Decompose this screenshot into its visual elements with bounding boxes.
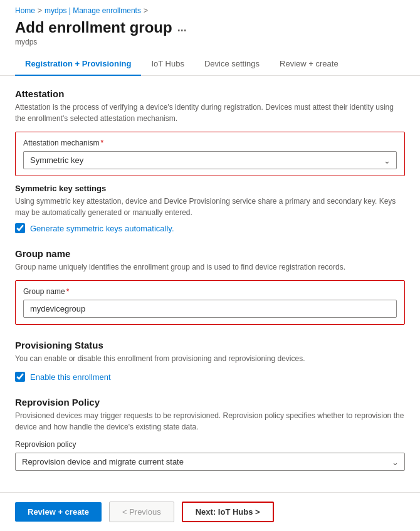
reprovision-policy-wrapper: Reprovision device and migrate current s…: [15, 453, 405, 471]
page-subtitle: mydps: [15, 38, 405, 46]
group-name-description: Group name uniquely identifies the enrol…: [15, 261, 405, 273]
generate-keys-checkbox[interactable]: [15, 223, 25, 233]
attestation-section: Attestation Attestation is the process o…: [15, 88, 405, 233]
breadcrumb: Home > mydps | Manage enrollments >: [0, 0, 420, 18]
group-name-input[interactable]: [23, 300, 397, 318]
attestation-description: Attestation is the process of verifying …: [15, 102, 405, 124]
breadcrumb-sep1: >: [38, 6, 42, 15]
tab-registration-provisioning[interactable]: Registration + Provisioning: [15, 53, 141, 76]
breadcrumb-mydps[interactable]: mydps | Manage enrollments: [45, 6, 141, 15]
symmetric-key-settings: Symmetric key settings Using symmetric k…: [15, 184, 405, 233]
generate-keys-row: Generate symmetric keys automatically.: [15, 223, 405, 233]
provisioning-status-description: You can enable or disable this enrollmen…: [15, 353, 405, 364]
tabs-container: Registration + Provisioning IoT Hubs Dev…: [0, 53, 420, 76]
attestation-title: Attestation: [15, 88, 405, 99]
tab-device-settings[interactable]: Device settings: [194, 53, 270, 76]
reprovision-policy-title: Reprovision Policy: [15, 397, 405, 407]
enable-enrollment-label[interactable]: Enable this enrollment: [30, 372, 111, 382]
breadcrumb-sep2: >: [144, 6, 148, 15]
main-content: Attestation Attestation is the process o…: [0, 76, 420, 531]
group-name-section: Group name Group name uniquely identifie…: [15, 248, 405, 325]
breadcrumb-home[interactable]: Home: [15, 6, 35, 15]
page-title-text: Add enrollment group: [15, 19, 172, 36]
enable-enrollment-checkbox[interactable]: [15, 372, 25, 382]
attestation-mechanism-select[interactable]: Symmetric key X.509 certificates TPM: [23, 151, 397, 169]
tab-review-create[interactable]: Review + create: [270, 53, 349, 76]
generate-keys-label[interactable]: Generate symmetric keys automatically.: [30, 224, 174, 233]
previous-button[interactable]: < Previous: [109, 502, 174, 522]
page-title-ellipsis[interactable]: ...: [177, 21, 187, 34]
group-name-label: Group name*: [23, 287, 397, 296]
reprovision-policy-section: Reprovision Policy Provisioned devices m…: [15, 397, 405, 471]
group-name-title: Group name: [15, 248, 405, 259]
attestation-mechanism-wrapper: Symmetric key X.509 certificates TPM ⌄: [23, 151, 397, 169]
reprovision-policy-label: Reprovision policy: [15, 440, 405, 449]
symmetric-key-title: Symmetric key settings: [15, 184, 405, 193]
footer: Review + create < Previous Next: IoT Hub…: [0, 492, 420, 531]
provisioning-status-title: Provisioning Status: [15, 340, 405, 350]
group-name-box: Group name*: [15, 280, 405, 325]
review-create-button[interactable]: Review + create: [15, 502, 102, 522]
symmetric-key-desc: Using symmetric key attestation, device …: [15, 196, 405, 218]
page-header: Add enrollment group ... mydps: [0, 18, 420, 53]
attestation-mechanism-label: Attestation mechanism*: [23, 139, 397, 147]
reprovision-policy-select[interactable]: Reprovision device and migrate current s…: [15, 453, 405, 471]
provisioning-status-section: Provisioning Status You can enable or di…: [15, 340, 405, 382]
reprovision-policy-description: Provisioned devices may trigger requests…: [15, 410, 405, 433]
next-button[interactable]: Next: IoT Hubs >: [182, 502, 274, 522]
attestation-mechanism-box: Attestation mechanism* Symmetric key X.5…: [15, 132, 405, 176]
enable-enrollment-row: Enable this enrollment: [15, 372, 405, 382]
tab-iot-hubs[interactable]: IoT Hubs: [141, 53, 194, 76]
